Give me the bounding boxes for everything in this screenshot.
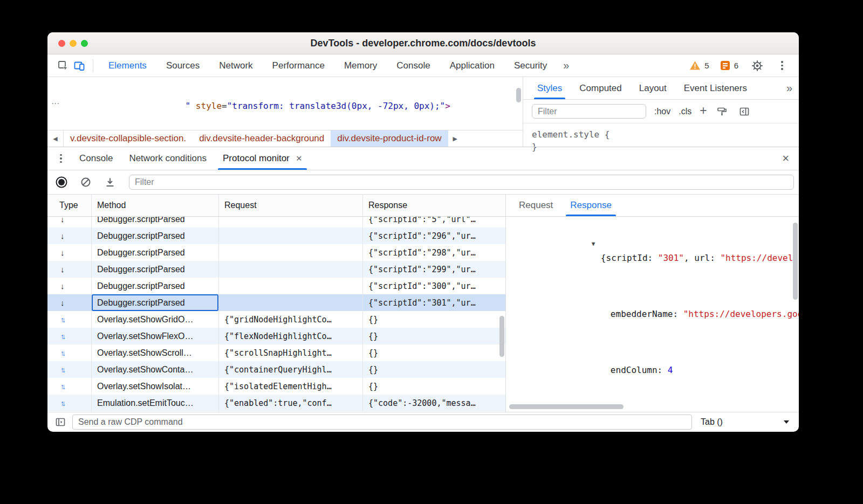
json-tree-line[interactable]: ▼ {scriptId: "301", url: "https://develo… [506,222,799,279]
cell-request[interactable] [219,278,363,294]
cell-response[interactable]: {} [363,311,505,328]
table-row[interactable]: ↑↓ Overlay.setShowConta… {"containerQuer… [47,361,505,378]
expand-arrow-icon[interactable]: ▼ [592,237,601,251]
table-row[interactable]: ↑↓ Overlay.setShowFlexO… {"flexNodeHighl… [47,328,505,344]
dom-overflow-marker[interactable]: ⋯ [51,99,60,108]
table-row[interactable]: ↓ Debugger.scriptParsed {"scriptId":"5",… [47,217,505,227]
cell-method[interactable]: Debugger.scriptParsed [92,294,219,311]
zoom-window-button[interactable] [81,40,88,47]
cell-response[interactable]: {"scriptId":"298","ur… [363,244,505,261]
save-icon[interactable] [105,177,115,188]
detail-tab[interactable]: Response [561,195,620,216]
more-styles-tabs-icon[interactable]: » [780,77,799,99]
cell-response[interactable]: {"scriptId":"300","ur… [363,278,505,294]
cell-method[interactable]: Overlay.setShowFlexO… [92,328,219,344]
protocol-filter-input[interactable] [129,175,794,190]
table-row[interactable]: ↓ Debugger.scriptParsed {"scriptId":"296… [47,227,505,244]
cell-request[interactable]: {"gridNodeHighlightCo… [219,311,363,328]
more-panels-icon[interactable]: » [557,59,576,72]
toggle-element-state-button[interactable]: :hov [654,107,670,116]
drawer-tab[interactable]: Console [71,147,121,170]
panel-tab[interactable]: Application [440,54,504,77]
panel-tab[interactable]: Network [209,54,262,77]
paint-roller-icon[interactable] [715,105,729,119]
cell-response[interactable]: {"scriptId":"296","ur… [363,227,505,244]
column-header[interactable]: Method [92,195,219,216]
cell-method[interactable]: Debugger.scriptParsed [92,278,219,294]
target-selector[interactable]: Tab () [697,417,792,427]
close-tab-icon[interactable]: × [296,153,302,164]
inspect-element-icon[interactable] [55,58,71,74]
cell-response[interactable]: {"scriptId":"299","ur… [363,261,505,278]
cell-request[interactable]: {"flexNodeHighlightCo… [219,328,363,344]
issues-badge[interactable]: 6 [720,60,738,71]
drawer-tab[interactable]: Protocol monitor × [215,147,310,170]
cell-request[interactable]: {"isolatedElementHigh… [219,378,363,395]
cell-response[interactable]: {} [363,328,505,344]
panel-tab[interactable]: Sources [156,54,209,77]
table-row[interactable]: ↑↓ Overlay.setShowGridO… {"gridNodeHighl… [47,311,505,328]
cell-response[interactable]: {} [363,378,505,395]
styles-tab[interactable]: Styles [529,77,571,99]
styles-tab[interactable]: Layout [631,77,675,99]
styles-filter-input[interactable] [532,104,646,119]
detail-horizontal-scrollbar-thumb[interactable] [509,404,624,409]
cell-request[interactable]: {"scrollSnapHighlight… [219,344,363,361]
drawer-tab[interactable]: Network conditions [121,147,215,170]
record-icon[interactable] [56,177,67,188]
cell-method[interactable]: Overlay.setShowScroll… [92,344,219,361]
table-scrollbar-thumb[interactable] [499,316,504,357]
cell-method[interactable]: Overlay.setShowConta… [92,361,219,378]
cell-request[interactable]: {"enabled":true,"conf… [219,395,363,411]
close-drawer-icon[interactable]: × [780,151,791,165]
cell-request[interactable] [219,261,363,278]
element-classes-button[interactable]: .cls [679,107,691,116]
element-style-rule-open[interactable]: element.style { [532,128,799,141]
elements-scrollbar-thumb[interactable] [516,88,521,102]
json-tree-line[interactable]: endColumn: 4 [506,335,799,391]
column-header[interactable]: Response [363,195,505,216]
cell-method[interactable]: Emulation.setEmitTouc… [92,395,219,411]
cell-request[interactable] [219,294,363,311]
detail-vertical-scrollbar-thumb[interactable] [793,223,798,300]
breadcrumb-left-arrow-icon[interactable]: ◀ [47,130,64,147]
drawer-menu-icon[interactable] [55,153,67,164]
table-row[interactable]: ↓ Debugger.scriptParsed {"scriptId":"301… [47,294,505,311]
warnings-badge[interactable]: 5 [689,60,709,71]
sidebar-toggle-icon[interactable] [54,416,67,429]
cell-method[interactable]: Debugger.scriptParsed [92,227,219,244]
cell-method[interactable]: Debugger.scriptParsed [92,244,219,261]
dom-tree-node[interactable]: " style="transform: translate3d(0px, -72… [123,77,523,127]
styles-tab[interactable]: Event Listeners [675,77,756,99]
new-style-rule-button[interactable]: + [700,105,707,117]
json-tree-line[interactable]: embedderName: "https://developers.google… [506,279,799,335]
panel-tab[interactable]: Security [504,54,557,77]
table-row[interactable]: ↑↓ Emulation.setEmitTouc… {"enabled":tru… [47,395,505,411]
cell-request[interactable] [219,244,363,261]
breadcrumb-item[interactable]: v.devsite-collapsible-section. [64,130,193,147]
panel-tab[interactable]: Performance [263,54,334,77]
cdp-command-input[interactable] [72,415,692,430]
breadcrumb-right-arrow-icon[interactable]: ▶ [448,130,462,147]
cell-response[interactable]: {} [363,344,505,361]
minimize-window-button[interactable] [70,40,77,47]
table-row[interactable]: ↓ Debugger.scriptParsed {"scriptId":"298… [47,244,505,261]
clear-icon[interactable] [80,177,91,188]
table-row[interactable]: ↑↓ Overlay.setShowScroll… {"scrollSnapHi… [47,344,505,361]
cell-request[interactable] [219,217,363,227]
table-row[interactable]: ↓ Debugger.scriptParsed {"scriptId":"299… [47,261,505,278]
styles-tab[interactable]: Computed [571,77,630,99]
cell-request[interactable]: {"containerQueryHighl… [219,361,363,378]
cell-method[interactable]: Debugger.scriptParsed [92,217,219,227]
table-row[interactable]: ↑↓ Overlay.setShowIsolat… {"isolatedElem… [47,378,505,395]
cell-method[interactable]: Debugger.scriptParsed [92,261,219,278]
table-row[interactable]: ↓ Debugger.scriptParsed {"scriptId":"300… [47,278,505,294]
cell-method[interactable]: Overlay.setShowGridO… [92,311,219,328]
kebab-menu-icon[interactable] [776,60,788,72]
column-header[interactable]: Type [47,195,92,216]
breadcrumb-item[interactable]: div.devsite-header-background [193,130,331,147]
dom-tree-node[interactable]: ▼ <div class="devsite-header-background"… [104,127,523,129]
cell-response[interactable]: {"code":-32000,"messa… [363,395,505,411]
device-toolbar-icon[interactable] [71,58,87,74]
close-window-button[interactable] [58,40,65,47]
